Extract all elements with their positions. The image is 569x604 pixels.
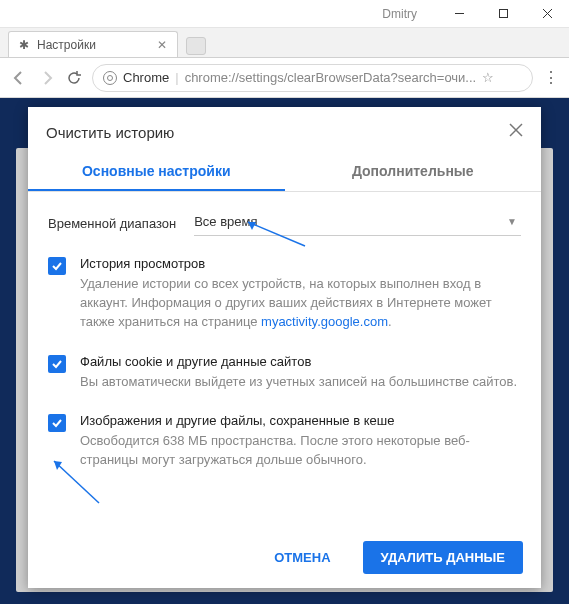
tab-basic[interactable]: Основные настройки [28, 153, 285, 191]
forward-button[interactable] [38, 69, 56, 87]
confirm-button[interactable]: УДАЛИТЬ ДАННЫЕ [363, 541, 523, 574]
myactivity-link[interactable]: myactivity.google.com [261, 314, 388, 329]
address-bar[interactable]: Chrome | chrome://settings/clearBrowserD… [92, 64, 533, 92]
time-range-select[interactable]: Все время ▼ [194, 210, 521, 236]
browser-toolbar: Chrome | chrome://settings/clearBrowserD… [0, 58, 569, 98]
omnibox-prefix: Chrome [123, 70, 169, 85]
chevron-down-icon: ▼ [507, 216, 517, 227]
option-desc: Вы автоматически выйдете из учетных запи… [80, 373, 521, 392]
window-titlebar: Dmitry [0, 0, 569, 28]
window-user: Dmitry [382, 7, 417, 21]
new-tab-button[interactable] [186, 37, 206, 55]
browser-tab-settings[interactable]: ✱ Настройки ✕ [8, 31, 178, 57]
bookmark-star-icon[interactable]: ☆ [482, 70, 494, 85]
option-title: История просмотров [80, 256, 521, 271]
omnibox-url: chrome://settings/clearBrowserData?searc… [185, 70, 477, 85]
window-close-button[interactable] [525, 0, 569, 28]
browser-tabstrip: ✱ Настройки ✕ [0, 28, 569, 58]
time-range-value: Все время [194, 214, 257, 229]
option-title: Изображения и другие файлы, сохраненные … [80, 413, 521, 428]
option-title: Файлы cookie и другие данные сайтов [80, 354, 521, 369]
dialog-title: Очистить историю [46, 124, 174, 141]
chrome-icon [103, 71, 117, 85]
option-desc: Удаление истории со всех устройств, на к… [80, 275, 521, 332]
dialog-body: Временной диапазон Все время ▼ История п… [28, 192, 541, 529]
tab-close-icon[interactable]: ✕ [157, 38, 167, 52]
back-button[interactable] [10, 69, 28, 87]
option-desc: Освободится 638 МБ пространства. После э… [80, 432, 521, 470]
clear-browsing-data-dialog: Очистить историю Основные настройки Допо… [28, 107, 541, 588]
reload-button[interactable] [66, 70, 82, 86]
dialog-footer: ОТМЕНА УДАЛИТЬ ДАННЫЕ [28, 529, 541, 588]
time-range-label: Временной диапазон [48, 216, 176, 231]
svg-rect-1 [499, 10, 507, 18]
checkbox-cache[interactable] [48, 414, 66, 432]
browser-menu-button[interactable]: ⋮ [543, 68, 559, 87]
checkbox-cookies[interactable] [48, 355, 66, 373]
tab-advanced[interactable]: Дополнительные [285, 153, 542, 191]
option-cookies: Файлы cookie и другие данные сайтов Вы а… [48, 354, 521, 392]
checkbox-browsing-history[interactable] [48, 257, 66, 275]
dialog-header: Очистить историю [28, 107, 541, 153]
gear-icon: ✱ [19, 38, 29, 52]
tab-title: Настройки [37, 38, 96, 52]
cancel-button[interactable]: ОТМЕНА [256, 541, 348, 574]
time-range-row: Временной диапазон Все время ▼ [48, 210, 521, 236]
option-browsing-history: История просмотров Удаление истории со в… [48, 256, 521, 332]
option-cache: Изображения и другие файлы, сохраненные … [48, 413, 521, 470]
dialog-close-button[interactable] [509, 123, 523, 141]
window-minimize-button[interactable] [437, 0, 481, 28]
dialog-tabs: Основные настройки Дополнительные [28, 153, 541, 192]
window-maximize-button[interactable] [481, 0, 525, 28]
